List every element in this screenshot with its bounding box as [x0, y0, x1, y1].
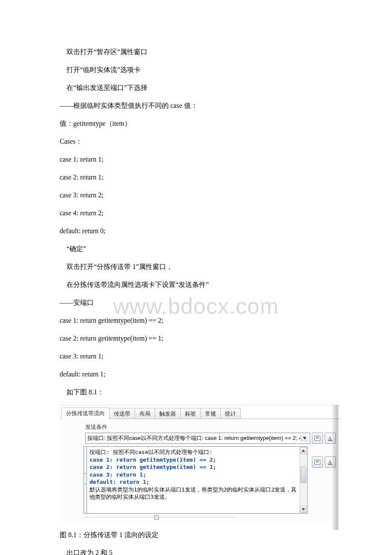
- edit-code-button[interactable]: [312, 433, 323, 444]
- paragraph: default: return 1;: [60, 369, 332, 379]
- paragraph: 如下图 8.1：: [60, 387, 332, 397]
- vertical-scrollbar[interactable]: [300, 447, 307, 513]
- edit-code-button-2[interactable]: [312, 457, 323, 468]
- resize-bar[interactable]: [84, 515, 336, 520]
- paragraph: 双击打开“分拣传送带 1”属性窗口，: [60, 262, 332, 272]
- code-line: default: return 1;: [89, 478, 305, 486]
- paragraph: case 2: return getitemtype(item) == 1;: [60, 333, 332, 344]
- tab-stats[interactable]: 统计: [220, 408, 241, 419]
- tab-labels[interactable]: 标签: [180, 408, 201, 419]
- paragraph: “确定”: [60, 244, 332, 254]
- resize-knob[interactable]: [154, 515, 159, 520]
- paragraph: case 4: return 2;: [60, 208, 332, 218]
- dropdown-value: 按端口: 按照不同case以不同方式处理每个端口: case 1: return…: [87, 434, 301, 442]
- paragraph: default: return 0;: [60, 226, 332, 236]
- paragraph: case 1: return 1;: [60, 154, 332, 165]
- code-line: 按端口: 按照不同case以不同方式处理每个端口:: [89, 448, 305, 456]
- shadow-decoration: [332, 405, 338, 530]
- paragraph: ——安端口: [60, 298, 332, 308]
- tab-flow[interactable]: 分拣传送带流向: [61, 408, 110, 419]
- code-textarea[interactable]: 按端口: 按照不同case以不同方式处理每个端口: case 1: return…: [86, 446, 308, 514]
- figure-caption: 图 8.1：分拣传送带 1 流向的设定: [60, 530, 332, 540]
- scroll-down-button[interactable]: [300, 506, 307, 513]
- paragraph: Cases：: [60, 136, 332, 147]
- paragraph: case 2: return 1;: [60, 172, 332, 182]
- chevron-down-icon[interactable]: [301, 435, 308, 442]
- script-icon: [314, 460, 320, 465]
- scroll-track[interactable]: [300, 454, 307, 506]
- paragraph: case 3: return 1;: [60, 351, 332, 361]
- svg-text:A: A: [328, 460, 332, 465]
- code-line: 默认选项将类型为1的临时实体从端口1发送，将类型为2的临时实体从端口2发送，其: [89, 486, 305, 494]
- paragraph: 打开“临时实体流”选项卡: [60, 65, 332, 75]
- send-condition-dropdown[interactable]: 按端口: 按照不同case以不同方式处理每个端口: case 1: return…: [85, 433, 310, 444]
- figure-screenshot: 分拣传送带流向 传送带 布局 触发器 标签 常规 统计 发送条件 按端口: 按照…: [60, 405, 341, 522]
- tab-general[interactable]: 常规: [200, 408, 221, 419]
- svg-rect-0: [314, 436, 320, 441]
- tab-panel: 发送条件 按端口: 按照不同case以不同方式处理每个端口: case 1: r…: [60, 419, 341, 522]
- paragraph: 在“输出发送至端口”下选择: [60, 83, 332, 93]
- paragraph: ——根据临时实体类型值执行不同的 case 值：: [60, 101, 332, 111]
- svg-rect-6: [314, 460, 320, 465]
- resize-handle[interactable]: [84, 446, 86, 514]
- paragraph: 在分拣传送带流向属性选项卡下设置“发送条件”: [60, 280, 332, 290]
- paragraph: case 1: return getitemtype(item) == 2;: [60, 315, 332, 326]
- paragraph: 值：getitemtype（item）: [60, 119, 332, 129]
- scroll-thumb[interactable]: [300, 467, 306, 483]
- tab-bar: 分拣传送带流向 传送带 布局 触发器 标签 常规 统计: [60, 407, 341, 419]
- paragraph: 出口改为 2 和 5: [60, 548, 332, 555]
- paragraph: case 3: return 2;: [60, 190, 332, 200]
- section-label-send-condition: 发送条件: [85, 423, 336, 431]
- tab-triggers[interactable]: 触发器: [155, 408, 181, 419]
- tab-conveyor[interactable]: 传送带: [109, 408, 135, 419]
- scroll-up-button[interactable]: [300, 447, 307, 454]
- code-line: case 3: return 1;: [89, 471, 305, 479]
- code-line: case 1: return getitemtype(item) == 2;: [89, 456, 305, 464]
- code-line: 他类型的临时实体从端口3发送。: [89, 493, 305, 501]
- tab-layout[interactable]: 布局: [135, 408, 155, 419]
- paragraph: 双击打开“暂存区”属性窗口: [60, 47, 332, 57]
- script-icon: [314, 436, 320, 441]
- svg-text:A: A: [328, 436, 332, 441]
- code-line: case 2: return getitemtype(item) == 1;: [89, 463, 305, 471]
